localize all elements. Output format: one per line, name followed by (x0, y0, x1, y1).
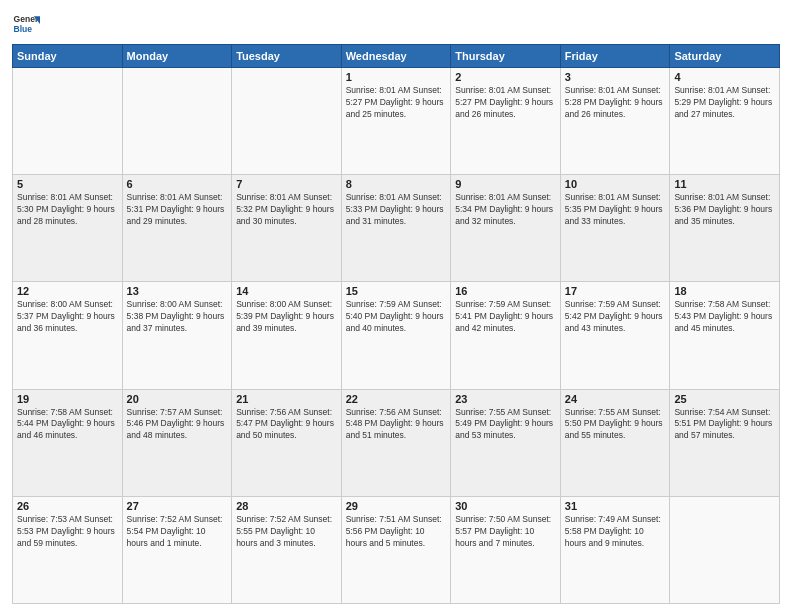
day-info: Sunrise: 7:57 AM Sunset: 5:46 PM Dayligh… (127, 407, 228, 443)
day-number: 11 (674, 178, 775, 190)
day-number: 8 (346, 178, 447, 190)
day-cell-2-5: 17Sunrise: 7:59 AM Sunset: 5:42 PM Dayli… (560, 282, 670, 389)
day-number: 2 (455, 71, 556, 83)
day-cell-4-2: 28Sunrise: 7:52 AM Sunset: 5:55 PM Dayli… (232, 496, 342, 603)
day-cell-2-1: 13Sunrise: 8:00 AM Sunset: 5:38 PM Dayli… (122, 282, 232, 389)
day-cell-4-3: 29Sunrise: 7:51 AM Sunset: 5:56 PM Dayli… (341, 496, 451, 603)
day-info: Sunrise: 7:52 AM Sunset: 5:55 PM Dayligh… (236, 514, 337, 550)
day-number: 4 (674, 71, 775, 83)
day-info: Sunrise: 8:01 AM Sunset: 5:33 PM Dayligh… (346, 192, 447, 228)
day-info: Sunrise: 7:50 AM Sunset: 5:57 PM Dayligh… (455, 514, 556, 550)
day-info: Sunrise: 7:52 AM Sunset: 5:54 PM Dayligh… (127, 514, 228, 550)
day-info: Sunrise: 8:01 AM Sunset: 5:36 PM Dayligh… (674, 192, 775, 228)
day-cell-3-5: 24Sunrise: 7:55 AM Sunset: 5:50 PM Dayli… (560, 389, 670, 496)
day-number: 29 (346, 500, 447, 512)
day-cell-2-0: 12Sunrise: 8:00 AM Sunset: 5:37 PM Dayli… (13, 282, 123, 389)
day-cell-1-6: 11Sunrise: 8:01 AM Sunset: 5:36 PM Dayli… (670, 175, 780, 282)
day-number: 1 (346, 71, 447, 83)
day-number: 10 (565, 178, 666, 190)
day-number: 25 (674, 393, 775, 405)
day-number: 6 (127, 178, 228, 190)
header-day-tuesday: Tuesday (232, 45, 342, 68)
day-cell-4-0: 26Sunrise: 7:53 AM Sunset: 5:53 PM Dayli… (13, 496, 123, 603)
day-info: Sunrise: 7:51 AM Sunset: 5:56 PM Dayligh… (346, 514, 447, 550)
day-info: Sunrise: 7:55 AM Sunset: 5:49 PM Dayligh… (455, 407, 556, 443)
day-cell-3-2: 21Sunrise: 7:56 AM Sunset: 5:47 PM Dayli… (232, 389, 342, 496)
day-info: Sunrise: 8:01 AM Sunset: 5:27 PM Dayligh… (455, 85, 556, 121)
day-number: 31 (565, 500, 666, 512)
week-row-2: 12Sunrise: 8:00 AM Sunset: 5:37 PM Dayli… (13, 282, 780, 389)
day-cell-3-4: 23Sunrise: 7:55 AM Sunset: 5:49 PM Dayli… (451, 389, 561, 496)
day-cell-1-4: 9Sunrise: 8:01 AM Sunset: 5:34 PM Daylig… (451, 175, 561, 282)
day-number: 12 (17, 285, 118, 297)
day-info: Sunrise: 8:01 AM Sunset: 5:30 PM Dayligh… (17, 192, 118, 228)
day-number: 14 (236, 285, 337, 297)
day-number: 23 (455, 393, 556, 405)
day-cell-3-0: 19Sunrise: 7:58 AM Sunset: 5:44 PM Dayli… (13, 389, 123, 496)
day-number: 24 (565, 393, 666, 405)
week-row-3: 19Sunrise: 7:58 AM Sunset: 5:44 PM Dayli… (13, 389, 780, 496)
day-number: 19 (17, 393, 118, 405)
day-number: 9 (455, 178, 556, 190)
day-info: Sunrise: 7:56 AM Sunset: 5:47 PM Dayligh… (236, 407, 337, 443)
week-row-4: 26Sunrise: 7:53 AM Sunset: 5:53 PM Dayli… (13, 496, 780, 603)
day-info: Sunrise: 8:00 AM Sunset: 5:37 PM Dayligh… (17, 299, 118, 335)
week-row-0: 1Sunrise: 8:01 AM Sunset: 5:27 PM Daylig… (13, 68, 780, 175)
day-number: 5 (17, 178, 118, 190)
day-number: 13 (127, 285, 228, 297)
day-cell-4-6 (670, 496, 780, 603)
day-info: Sunrise: 7:49 AM Sunset: 5:58 PM Dayligh… (565, 514, 666, 550)
day-info: Sunrise: 8:01 AM Sunset: 5:34 PM Dayligh… (455, 192, 556, 228)
day-info: Sunrise: 7:59 AM Sunset: 5:40 PM Dayligh… (346, 299, 447, 335)
day-cell-1-1: 6Sunrise: 8:01 AM Sunset: 5:31 PM Daylig… (122, 175, 232, 282)
day-number: 7 (236, 178, 337, 190)
logo-icon: General Blue (12, 10, 40, 38)
day-info: Sunrise: 7:59 AM Sunset: 5:42 PM Dayligh… (565, 299, 666, 335)
day-cell-4-5: 31Sunrise: 7:49 AM Sunset: 5:58 PM Dayli… (560, 496, 670, 603)
day-number: 28 (236, 500, 337, 512)
day-cell-4-4: 30Sunrise: 7:50 AM Sunset: 5:57 PM Dayli… (451, 496, 561, 603)
day-cell-3-6: 25Sunrise: 7:54 AM Sunset: 5:51 PM Dayli… (670, 389, 780, 496)
header-day-saturday: Saturday (670, 45, 780, 68)
day-cell-0-5: 3Sunrise: 8:01 AM Sunset: 5:28 PM Daylig… (560, 68, 670, 175)
day-cell-2-6: 18Sunrise: 7:58 AM Sunset: 5:43 PM Dayli… (670, 282, 780, 389)
header-day-sunday: Sunday (13, 45, 123, 68)
day-cell-1-2: 7Sunrise: 8:01 AM Sunset: 5:32 PM Daylig… (232, 175, 342, 282)
day-cell-0-4: 2Sunrise: 8:01 AM Sunset: 5:27 PM Daylig… (451, 68, 561, 175)
header-day-monday: Monday (122, 45, 232, 68)
day-info: Sunrise: 7:53 AM Sunset: 5:53 PM Dayligh… (17, 514, 118, 550)
header-day-friday: Friday (560, 45, 670, 68)
day-cell-4-1: 27Sunrise: 7:52 AM Sunset: 5:54 PM Dayli… (122, 496, 232, 603)
day-info: Sunrise: 7:56 AM Sunset: 5:48 PM Dayligh… (346, 407, 447, 443)
day-number: 30 (455, 500, 556, 512)
header-day-wednesday: Wednesday (341, 45, 451, 68)
day-info: Sunrise: 8:00 AM Sunset: 5:39 PM Dayligh… (236, 299, 337, 335)
day-number: 18 (674, 285, 775, 297)
day-info: Sunrise: 7:58 AM Sunset: 5:44 PM Dayligh… (17, 407, 118, 443)
day-cell-0-2 (232, 68, 342, 175)
header: General Blue (12, 10, 780, 38)
day-cell-2-3: 15Sunrise: 7:59 AM Sunset: 5:40 PM Dayli… (341, 282, 451, 389)
logo: General Blue (12, 10, 40, 38)
day-number: 3 (565, 71, 666, 83)
day-cell-0-6: 4Sunrise: 8:01 AM Sunset: 5:29 PM Daylig… (670, 68, 780, 175)
day-number: 17 (565, 285, 666, 297)
day-cell-0-3: 1Sunrise: 8:01 AM Sunset: 5:27 PM Daylig… (341, 68, 451, 175)
day-cell-2-4: 16Sunrise: 7:59 AM Sunset: 5:41 PM Dayli… (451, 282, 561, 389)
header-row: SundayMondayTuesdayWednesdayThursdayFrid… (13, 45, 780, 68)
day-info: Sunrise: 8:01 AM Sunset: 5:35 PM Dayligh… (565, 192, 666, 228)
week-row-1: 5Sunrise: 8:01 AM Sunset: 5:30 PM Daylig… (13, 175, 780, 282)
day-info: Sunrise: 8:01 AM Sunset: 5:32 PM Dayligh… (236, 192, 337, 228)
day-cell-3-3: 22Sunrise: 7:56 AM Sunset: 5:48 PM Dayli… (341, 389, 451, 496)
day-cell-3-1: 20Sunrise: 7:57 AM Sunset: 5:46 PM Dayli… (122, 389, 232, 496)
calendar-table: SundayMondayTuesdayWednesdayThursdayFrid… (12, 44, 780, 604)
day-number: 15 (346, 285, 447, 297)
svg-text:General: General (14, 14, 40, 24)
svg-text:Blue: Blue (14, 24, 33, 34)
day-info: Sunrise: 8:01 AM Sunset: 5:31 PM Dayligh… (127, 192, 228, 228)
day-info: Sunrise: 8:01 AM Sunset: 5:28 PM Dayligh… (565, 85, 666, 121)
day-info: Sunrise: 7:55 AM Sunset: 5:50 PM Dayligh… (565, 407, 666, 443)
day-info: Sunrise: 8:00 AM Sunset: 5:38 PM Dayligh… (127, 299, 228, 335)
day-number: 20 (127, 393, 228, 405)
day-cell-0-0 (13, 68, 123, 175)
